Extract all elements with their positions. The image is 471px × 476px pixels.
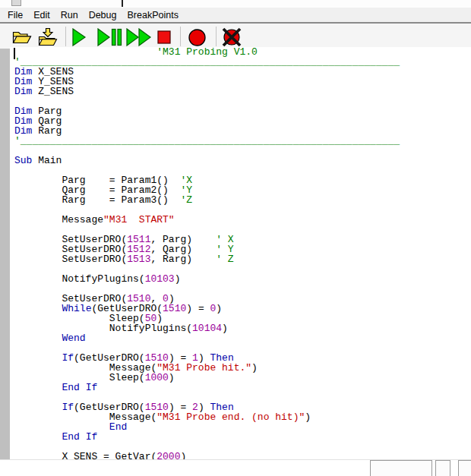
code-token: Rarg = Param3() — [14, 194, 169, 206]
code-line[interactable] — [10, 146, 471, 156]
code-token: 1000 — [145, 372, 169, 383]
double-play-icon — [126, 28, 151, 46]
step-button[interactable] — [125, 26, 152, 49]
code-token: , Rarg) — [150, 254, 192, 265]
bottom-clipped-area — [0, 459, 471, 476]
code-token: ) — [169, 372, 175, 383]
code-token: End If — [62, 431, 97, 443]
code-line[interactable]: Dim Parg — [10, 106, 471, 116]
menu-debug[interactable]: Debug — [84, 9, 122, 21]
code-line[interactable]: X_SENS = GetVar(2000) — [10, 452, 471, 459]
record-button[interactable] — [185, 26, 208, 49]
clear-breakpoints-button[interactable] — [219, 26, 245, 49]
open-button[interactable] — [11, 26, 33, 49]
code-token: 1513 — [127, 254, 150, 265]
titlebar-clipped — [0, 0, 471, 8]
menu-bar: File Edit Run Debug BreakPoints — [0, 8, 471, 22]
clear-breakpoints-x-icon — [220, 27, 243, 47]
menu-breakpoints[interactable]: BreakPoints — [122, 9, 183, 21]
code-token: 1510 — [163, 303, 186, 314]
code-line[interactable]: Dim Qarg — [10, 116, 471, 126]
code-line[interactable]: Message"M31 START" — [10, 215, 471, 225]
code-token: '_______________________________________… — [14, 135, 400, 147]
clipped-button-fragment — [458, 460, 471, 476]
code-token: 10104 — [192, 323, 222, 334]
stop-square-icon — [157, 30, 171, 44]
window-title-fragment — [122, 0, 123, 7]
toolbar-separator — [180, 27, 181, 46]
code-line[interactable]: End If — [10, 383, 471, 392]
code-token — [14, 431, 62, 443]
text-caret — [14, 48, 15, 59]
record-circle-icon — [188, 28, 207, 47]
code-token: End If — [62, 382, 97, 393]
code-token: End — [109, 421, 127, 433]
code-token: "M31 START" — [103, 214, 175, 225]
code-token: Z_SENS — [32, 86, 74, 97]
code-token: 'Z — [169, 194, 192, 206]
code-line[interactable]: SetUserDRO(1513, Rarg) ' Z — [10, 254, 471, 264]
save-folder-icon — [38, 27, 58, 47]
code-editor[interactable]: 'M31 Probing V1.0'______________________… — [10, 47, 471, 459]
open-folder-icon — [12, 30, 32, 45]
code-line[interactable]: Dim Z_SENS — [10, 87, 471, 96]
code-token: "M31 Probe end. (no hit)" — [156, 411, 305, 423]
code-line[interactable]: Dim Y_SENS — [10, 77, 471, 87]
code-line[interactable]: Dim X_SENS — [10, 67, 471, 77]
toolbar-separator — [216, 27, 217, 46]
code-token: ' Z — [192, 254, 234, 265]
code-line[interactable]: '_______________________________________… — [10, 57, 471, 67]
code-line[interactable]: Wend — [10, 333, 471, 343]
code-token: ) — [222, 323, 228, 334]
toolbar — [0, 22, 471, 49]
code-token: NotifyPlugins( — [14, 273, 145, 285]
code-token: ) — [251, 362, 258, 374]
code-token: Main — [32, 155, 62, 166]
menu-run[interactable]: Run — [55, 9, 84, 21]
run-button[interactable] — [68, 26, 90, 49]
code-token: 2000 — [156, 451, 180, 459]
code-token: Dim — [14, 86, 32, 97]
code-token: ) = — [186, 303, 210, 314]
code-line[interactable]: End If — [10, 432, 471, 442]
stop-button[interactable] — [154, 26, 174, 49]
save-button[interactable] — [36, 26, 59, 49]
code-token: ) — [216, 303, 222, 314]
clipped-button-fragment — [435, 460, 450, 476]
code-token: ) — [175, 273, 181, 285]
code-line[interactable]: NotifyPlugins(10103) — [10, 274, 471, 284]
code-token: Message — [14, 214, 103, 225]
code-token: ) — [305, 411, 311, 423]
window-app-icon — [11, 0, 21, 6]
script-editor-window: File Edit Run Debug BreakPoints — [0, 0, 471, 476]
code-token: SetUserDRO( — [14, 254, 127, 265]
code-token — [14, 333, 62, 344]
code-line[interactable]: '_______________________________________… — [10, 136, 471, 146]
code-line[interactable] — [10, 96, 471, 106]
menu-file[interactable]: File — [2, 9, 28, 21]
code-line[interactable]: Sub Main — [10, 156, 471, 165]
code-token: ) — [180, 451, 186, 459]
code-token: Wend — [62, 333, 85, 344]
code-token: 10103 — [145, 273, 175, 285]
code-token: Sub — [14, 155, 32, 166]
play-pause-icon — [97, 28, 122, 46]
code-line[interactable]: Rarg = Param3() 'Z — [10, 195, 471, 205]
toolbar-separator — [65, 27, 66, 46]
clipped-button-fragment — [370, 460, 432, 476]
code-token: X_SENS = GetVar( — [14, 451, 156, 459]
run-play-icon — [71, 28, 87, 46]
code-token — [14, 382, 62, 393]
breakpoint-gutter[interactable] — [0, 49, 10, 459]
pause-button[interactable] — [96, 26, 123, 49]
menu-edit[interactable]: Edit — [28, 9, 55, 21]
